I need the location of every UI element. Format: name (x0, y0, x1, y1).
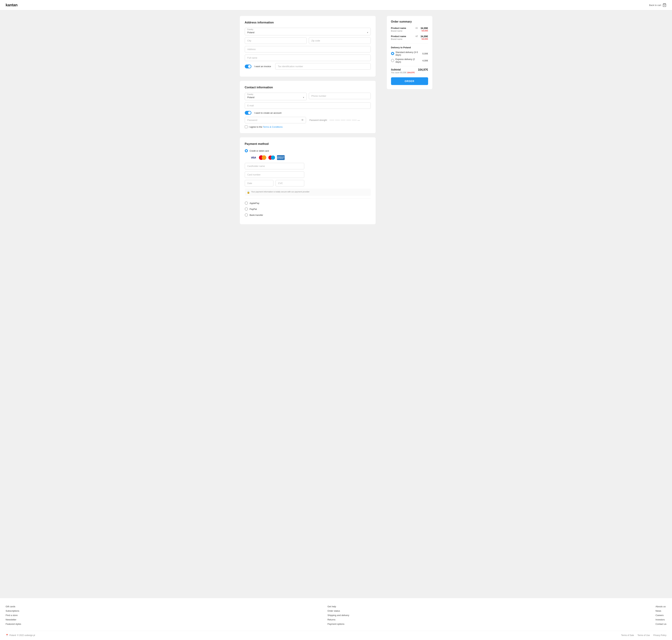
password-input[interactable] (245, 117, 306, 123)
chevron-down-icon-2: ▾ (303, 96, 304, 99)
footer-link-careers[interactable]: Careers (656, 614, 667, 616)
terms-of-use-link[interactable]: Terms of Use (638, 634, 650, 637)
footer-link-find-store[interactable]: Find a store (5, 614, 21, 616)
cardholder-input[interactable] (245, 163, 304, 169)
cardnumber-field[interactable] (245, 171, 304, 178)
zip-input[interactable] (309, 38, 371, 44)
fullname-input[interactable] (245, 55, 371, 61)
footer-link-get-help[interactable]: Get help (328, 605, 349, 608)
standard-delivery-option[interactable]: Standard delivery (3-5 days) 0,00€ (391, 51, 428, 56)
terms-text: I agree to the (249, 126, 263, 128)
city-input[interactable] (245, 38, 307, 44)
paypal-option[interactable]: PayPal (245, 207, 371, 210)
terms-checkbox[interactable] (245, 126, 247, 128)
footer-link-investors[interactable]: Investors (656, 618, 667, 621)
standard-delivery-radio[interactable] (391, 52, 394, 55)
tax-id-field[interactable] (275, 63, 371, 70)
strength-label: Password strenght: (310, 119, 328, 121)
phone-input[interactable] (309, 93, 371, 99)
password-field[interactable]: 👁 (245, 117, 306, 123)
security-note: 🔒 Your payment information is totally se… (245, 189, 371, 196)
contact-section-title: Contact information (245, 86, 371, 89)
price-old-1: 54,99€ (420, 30, 428, 32)
strength-dash: — (357, 119, 360, 121)
footer-link-featured[interactable]: Featured styles (5, 623, 21, 625)
lock-icon: 🔒 (247, 191, 250, 194)
footer-links: Gift cards Subscriptions Find a store Ne… (5, 605, 667, 625)
order-summary: Order summary Product name Brand name x1… (387, 16, 432, 89)
city-field[interactable] (245, 38, 307, 44)
password-strength-area: Password strenght: — (308, 119, 371, 121)
account-toggle[interactable] (245, 111, 252, 115)
footer-link-about[interactable]: Abouts us (656, 605, 667, 608)
footer-link-news[interactable]: News (656, 610, 667, 612)
email-input[interactable] (245, 102, 371, 109)
address-input[interactable] (245, 46, 371, 53)
paypal-radio[interactable] (245, 207, 248, 210)
footer-link-returns[interactable]: Returns (328, 618, 349, 621)
express-delivery-option[interactable]: Express delivery (2 days) 4,00€ (391, 58, 428, 63)
strength-bar-4 (346, 120, 351, 120)
express-delivery-price: 4,00€ (422, 59, 428, 62)
footer-link-shipping[interactable]: Shipping and delivery (328, 614, 349, 616)
subtotal-section: Subtotal You save 60,00€ 164,97€ 104,97€ (391, 66, 428, 74)
product-item-1: Product name Brand name x1 34,99€ 54,99€ (391, 27, 428, 32)
mastercard-logo (259, 155, 267, 160)
terms-conditions-link[interactable]: Terms & Conditions (263, 126, 283, 128)
eye-icon[interactable]: 👁 (301, 119, 304, 122)
date-input[interactable] (245, 180, 273, 187)
terms-of-sale-link[interactable]: Terms of Sale (621, 634, 634, 637)
contact-country-field[interactable]: Country Poland ▾ (245, 93, 307, 100)
cvc-input[interactable] (275, 180, 304, 187)
cardholder-field[interactable] (245, 163, 304, 169)
footer-bottom: 📍 Poland © 2022 uxdesign.pl Terms of Sal… (5, 631, 667, 637)
applepay-radio[interactable] (245, 202, 248, 205)
address-country-select[interactable]: Poland ▾ (245, 28, 371, 35)
bank-transfer-radio[interactable] (245, 214, 248, 217)
price-current-1: 34,99€ (420, 27, 428, 30)
site-logo: kantan (5, 3, 17, 8)
express-delivery-radio[interactable] (391, 59, 394, 62)
invoice-row: I want an invoice (245, 63, 371, 70)
chevron-down-icon: ▾ (367, 31, 368, 34)
invoice-toggle[interactable] (245, 64, 252, 68)
cart-icon (662, 3, 667, 7)
price-current-2: 34,99€ (420, 35, 428, 38)
subtotal-savings: You save 60,00€ 164,97€ (391, 71, 415, 74)
applepay-option[interactable]: ApplePay (245, 202, 371, 205)
bank-transfer-label: Bank transfer (250, 214, 263, 216)
footer-link-newsletter[interactable]: Newsletter (5, 618, 21, 621)
zip-field[interactable] (309, 38, 371, 44)
contact-country-select[interactable]: Poland ▾ (245, 93, 307, 100)
phone-field[interactable] (309, 93, 371, 100)
amex-logo: AMERICAN EXPRESS (277, 155, 285, 160)
address-country-field[interactable]: Country Poland ▾ (245, 28, 371, 35)
footer-link-gift-cards[interactable]: Gift cards (5, 605, 21, 608)
footer-copyright: © 2022 uxdesign.pl (17, 634, 35, 637)
footer-link-contact[interactable]: Contact us (656, 623, 667, 625)
express-delivery-label: Express delivery (2 days) (396, 58, 421, 63)
footer-link-order-status[interactable]: Order status (328, 610, 349, 612)
visa-logo: VISA (250, 155, 257, 160)
bank-transfer-option[interactable]: Bank transfer (245, 214, 371, 217)
date-field[interactable] (245, 180, 273, 187)
footer-col-1: Gift cards Subscriptions Find a store Ne… (5, 605, 21, 625)
order-button[interactable]: ORDER (391, 77, 428, 85)
credit-card-radio[interactable] (245, 149, 248, 152)
email-field[interactable] (245, 102, 371, 109)
credit-card-option[interactable]: Credit or debit card (245, 149, 371, 152)
subtotal-label: Subtotal (391, 68, 415, 71)
back-to-cart-link[interactable]: Back to cart (649, 3, 667, 7)
cardnumber-input[interactable] (245, 171, 304, 178)
account-toggle-row: I want to create an account (245, 111, 371, 115)
privacy-policy-link[interactable]: Privacy Policy (653, 634, 667, 637)
cvc-field[interactable] (275, 180, 304, 187)
footer-link-subscriptions[interactable]: Subscriptions (5, 610, 21, 612)
footer-link-payment-options[interactable]: Payment options (328, 623, 349, 625)
tax-id-input[interactable] (275, 63, 371, 70)
address-section: Address information Country Poland ▾ (240, 16, 376, 77)
footer-legal-links: Terms of Sale Terms of Use Privacy Polic… (621, 634, 667, 637)
maestro-logo (268, 155, 275, 160)
fullname-field[interactable] (245, 55, 371, 61)
address-field[interactable] (245, 46, 371, 53)
